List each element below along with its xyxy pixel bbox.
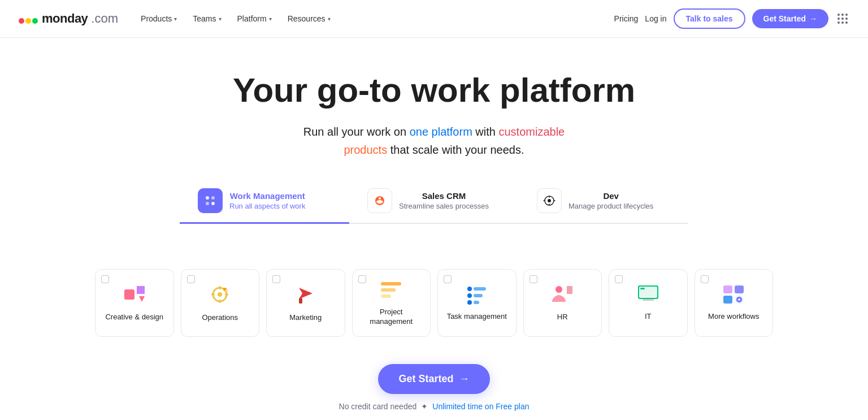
workflow-card-hr[interactable]: HR [523, 269, 602, 337]
card-label: HR [557, 313, 568, 322]
navbar: monday.com Products ▾ Teams ▾ Platform ▾… [0, 0, 868, 38]
cta-note-2-link[interactable]: Unlimited time on Free plan [432, 402, 529, 411]
svg-point-25 [467, 287, 472, 291]
card-checkbox[interactable] [615, 275, 623, 283]
card-checkbox[interactable] [530, 275, 537, 283]
sales-crm-icon [367, 188, 392, 213]
task-management-icon [466, 284, 488, 308]
nav-pricing[interactable]: Pricing [614, 14, 639, 23]
tab-work-management[interactable]: Work Management Run all aspects of work [180, 181, 349, 224]
card-checkbox[interactable] [444, 275, 452, 283]
nav-left: monday.com Products ▾ Teams ▾ Platform ▾… [18, 10, 337, 28]
cta-section: Get Started → No credit card needed ✦ Un… [0, 364, 868, 420]
logo[interactable]: monday.com [18, 11, 118, 26]
svg-point-31 [555, 286, 562, 293]
nav-link-resources[interactable]: Resources ▾ [281, 10, 337, 28]
svg-point-29 [467, 300, 472, 305]
card-checkbox[interactable] [358, 275, 366, 283]
svg-rect-17 [225, 293, 228, 296]
operations-icon [209, 283, 231, 309]
nav-right: Pricing Log in Talk to sales Get Started… [614, 8, 850, 29]
dot [845, 21, 848, 24]
talk-to-sales-button[interactable]: Talk to sales [674, 8, 745, 29]
svg-marker-20 [299, 288, 313, 299]
card-label: Marketing [289, 313, 322, 323]
nav-platform-label: Platform [237, 14, 267, 23]
svg-point-5 [206, 202, 209, 205]
svg-marker-10 [137, 286, 145, 294]
workflow-card-marketing[interactable]: Marketing [266, 269, 345, 337]
svg-point-4 [211, 196, 215, 200]
subtitle-text-3: that scale with your needs. [387, 144, 524, 156]
card-checkbox[interactable] [272, 275, 280, 283]
apps-grid-button[interactable] [835, 11, 850, 26]
svg-point-8 [548, 199, 551, 202]
svg-rect-37 [640, 293, 652, 294]
svg-point-2 [32, 18, 38, 24]
svg-rect-24 [381, 295, 391, 298]
card-label: Project management [359, 308, 424, 327]
cta-note: No credit card needed ✦ Unlimited time o… [339, 402, 530, 411]
svg-rect-22 [381, 282, 401, 285]
tab-dev[interactable]: Dev Manage product lifecycles [519, 181, 688, 224]
card-checkbox[interactable] [187, 275, 195, 283]
workflow-card-more[interactable]: More workflows [695, 269, 774, 337]
subtitle-text-1: Run all your work on [303, 125, 410, 138]
nav-login[interactable]: Log in [645, 14, 666, 23]
svg-point-3 [206, 196, 209, 200]
logo-icon [18, 12, 38, 25]
dev-icon [537, 188, 562, 213]
workflow-card-project[interactable]: Project management [352, 269, 431, 337]
product-tabs: Work Management Run all aspects of work … [180, 181, 688, 224]
subtitle-highlight-blue: one platform [410, 125, 472, 138]
tab-subtitle-crm: Streamline sales processes [399, 202, 489, 210]
workflow-card-operations[interactable]: Operations [181, 269, 260, 337]
subtitle-highlight-orange: products [344, 144, 387, 156]
chevron-down-icon: ▾ [219, 16, 222, 22]
get-started-main-label: Get Started [398, 373, 453, 385]
card-label: More workflows [708, 312, 759, 322]
workflow-card-it[interactable]: IT [609, 269, 688, 337]
svg-rect-14 [219, 286, 221, 289]
workflow-card-creative[interactable]: Creative & design [95, 269, 174, 337]
svg-rect-40 [723, 285, 732, 293]
card-checkbox[interactable] [101, 275, 109, 283]
workflow-card-task[interactable]: Task management [437, 269, 517, 337]
card-label: Task management [447, 312, 507, 322]
nav-products-label: Products [141, 14, 172, 23]
svg-marker-32 [567, 286, 572, 294]
card-checkbox[interactable] [701, 275, 709, 283]
get-started-main-arrow: → [459, 373, 470, 385]
dot [841, 14, 844, 16]
nav-link-products[interactable]: Products ▾ [134, 10, 184, 28]
it-icon [637, 284, 659, 308]
cta-divider: ✦ [421, 402, 428, 411]
get-started-main-button[interactable]: Get Started → [378, 364, 489, 394]
dot [837, 14, 840, 16]
hero-section: Your go-to work platform Run all your wo… [0, 38, 868, 269]
tab-title-dev: Dev [568, 191, 653, 201]
svg-rect-42 [723, 296, 732, 304]
nav-link-platform[interactable]: Platform ▾ [231, 10, 279, 28]
chevron-down-icon: ▾ [174, 16, 177, 22]
nav-link-teams[interactable]: Teams ▾ [186, 10, 228, 28]
svg-marker-11 [139, 296, 145, 302]
tab-title-crm: Sales CRM [399, 191, 489, 201]
tab-subtitle-dev: Manage product lifecycles [568, 202, 653, 210]
tab-sales-crm[interactable]: Sales CRM Streamline sales processes [349, 181, 519, 224]
work-management-icon [198, 188, 223, 213]
svg-rect-39 [643, 299, 654, 301]
svg-rect-15 [219, 300, 221, 303]
tab-text-wm: Work Management Run all aspects of work [229, 191, 305, 210]
hero-title: Your go-to work platform [233, 72, 635, 109]
svg-rect-36 [640, 291, 656, 292]
get-started-nav-arrow: → [809, 14, 817, 23]
dot [841, 18, 844, 20]
svg-point-19 [225, 289, 227, 292]
hero-subtitle: Run all your work on one platform with c… [303, 123, 565, 159]
logo-com: .com [91, 11, 118, 26]
svg-point-13 [218, 292, 222, 297]
get-started-nav-button[interactable]: Get Started → [752, 9, 828, 28]
svg-rect-26 [474, 287, 486, 291]
get-started-nav-label: Get Started [763, 14, 806, 23]
